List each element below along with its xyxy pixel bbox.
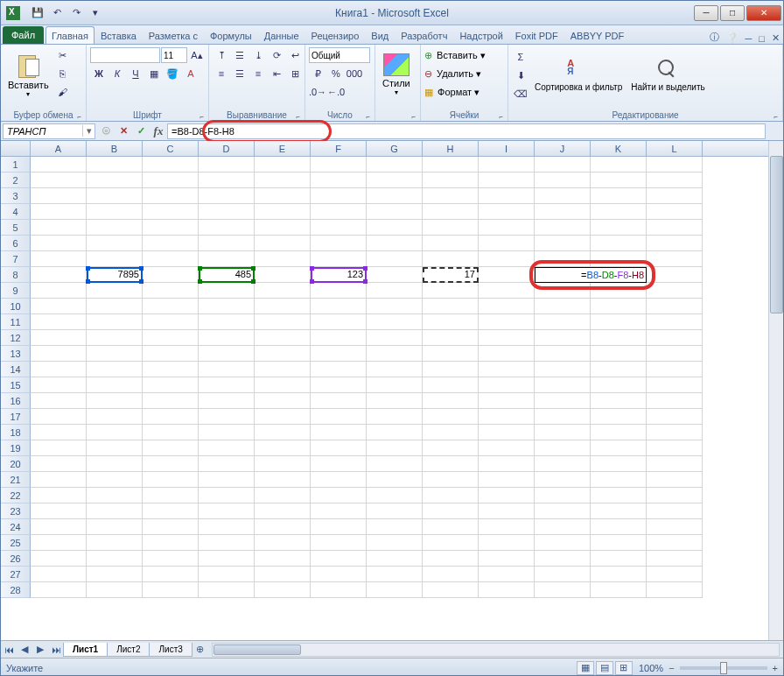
cell-A2[interactable] (31, 173, 87, 188)
cell-A26[interactable] (31, 551, 87, 567)
cell-G20[interactable] (367, 456, 423, 472)
percent-button[interactable]: % (327, 65, 345, 82)
cell-K25[interactable] (591, 535, 647, 551)
cell-C26[interactable] (143, 551, 199, 567)
cell-I21[interactable] (479, 472, 535, 488)
cell-G6[interactable] (367, 236, 423, 251)
cell-L16[interactable] (647, 393, 703, 409)
cell-E24[interactable] (255, 519, 311, 535)
col-header-I[interactable]: I (479, 141, 535, 156)
cell-J26[interactable] (535, 551, 591, 567)
cell-I15[interactable] (479, 377, 535, 393)
col-header-H[interactable]: H (423, 141, 479, 156)
cell-J20[interactable] (535, 456, 591, 472)
cell-F9[interactable] (311, 283, 367, 299)
minimize-ribbon-icon[interactable]: ⓘ (706, 31, 723, 44)
cell-A19[interactable] (31, 440, 87, 456)
cell-G28[interactable] (367, 582, 423, 598)
sheet-nav-prev[interactable]: ◀ (18, 643, 32, 657)
wb-restore-icon[interactable]: □ (755, 33, 768, 44)
scroll-thumb[interactable] (214, 644, 301, 655)
cell-F4[interactable] (311, 204, 367, 220)
row-header-16[interactable]: 16 (1, 393, 31, 409)
cell-L14[interactable] (647, 362, 703, 377)
cell-A9[interactable] (31, 283, 87, 299)
cell-I2[interactable] (479, 173, 535, 188)
cell-I4[interactable] (479, 204, 535, 220)
row-header-13[interactable]: 13 (1, 346, 31, 362)
inc-decimal-button[interactable]: .0→ (309, 83, 326, 101)
cell-H24[interactable] (423, 519, 479, 535)
cell-K15[interactable] (591, 377, 647, 393)
styles-button[interactable]: Стили▾ (379, 46, 414, 102)
cell-H27[interactable] (423, 567, 479, 582)
cell-C20[interactable] (143, 456, 199, 472)
cell-C9[interactable] (143, 283, 199, 299)
currency-button[interactable]: ₽ (309, 65, 326, 82)
cell-J23[interactable] (535, 503, 591, 519)
tab-view[interactable]: Вид (365, 26, 395, 44)
cell-L19[interactable] (647, 440, 703, 456)
grow-font-button[interactable]: A▴ (188, 46, 206, 64)
cell-H20[interactable] (423, 456, 479, 472)
new-sheet-button[interactable]: ⊕ (193, 643, 207, 657)
cell-D11[interactable] (199, 314, 255, 330)
row-header-21[interactable]: 21 (1, 472, 31, 488)
cell-K22[interactable] (591, 488, 647, 503)
cell-G22[interactable] (367, 488, 423, 503)
align-right-button[interactable]: ≡ (249, 65, 267, 82)
cell-G27[interactable] (367, 567, 423, 582)
cell-D16[interactable] (199, 393, 255, 409)
cell-L27[interactable] (647, 567, 703, 582)
cell-I14[interactable] (479, 362, 535, 377)
cell-J4[interactable] (535, 204, 591, 220)
cell-B13[interactable] (87, 346, 143, 362)
cell-K17[interactable] (591, 409, 647, 425)
cell-F20[interactable] (311, 456, 367, 472)
cell-L4[interactable] (647, 204, 703, 220)
cut-button[interactable]: ✂ (54, 46, 72, 64)
cell-H25[interactable] (423, 535, 479, 551)
formula-input[interactable]: =B8-D8-F8-H8 (167, 123, 766, 139)
zoom-out-button[interactable]: − (668, 663, 674, 673)
cell-K19[interactable] (591, 440, 647, 456)
cell-B18[interactable] (87, 425, 143, 440)
cell-B25[interactable] (87, 535, 143, 551)
cell-F25[interactable] (311, 535, 367, 551)
cell-H21[interactable] (423, 472, 479, 488)
cell-G26[interactable] (367, 551, 423, 567)
cell-E13[interactable] (255, 346, 311, 362)
tab-formulas[interactable]: Формулы (204, 26, 258, 44)
cell-H10[interactable] (423, 299, 479, 314)
col-header-L[interactable]: L (647, 141, 703, 156)
row-header-19[interactable]: 19 (1, 440, 31, 456)
orientation-button[interactable]: ⟳ (268, 46, 285, 64)
cell-B12[interactable] (87, 330, 143, 346)
border-button[interactable]: ▦ (145, 65, 163, 82)
cell-A22[interactable] (31, 488, 87, 503)
cell-G2[interactable] (367, 173, 423, 188)
cell-J6[interactable] (535, 236, 591, 251)
copy-button[interactable]: ⎘ (54, 65, 72, 82)
clear-button[interactable]: ⌫ (512, 85, 529, 102)
cell-L23[interactable] (647, 503, 703, 519)
cell-I25[interactable] (479, 535, 535, 551)
cell-J18[interactable] (535, 425, 591, 440)
cell-D12[interactable] (199, 330, 255, 346)
cell-B6[interactable] (87, 236, 143, 251)
cell-E14[interactable] (255, 362, 311, 377)
cell-L26[interactable] (647, 551, 703, 567)
cell-G23[interactable] (367, 503, 423, 519)
cells-delete-button[interactable]: ⊖ Удалить ▾ (424, 65, 481, 82)
cell-E10[interactable] (255, 299, 311, 314)
col-header-C[interactable]: C (143, 141, 199, 156)
row-header-8[interactable]: 8 (1, 267, 31, 283)
row-header-10[interactable]: 10 (1, 299, 31, 314)
cell-J22[interactable] (535, 488, 591, 503)
cell-F10[interactable] (311, 299, 367, 314)
cell-G7[interactable] (367, 251, 423, 267)
cell-D24[interactable] (199, 519, 255, 535)
cell-I24[interactable] (479, 519, 535, 535)
row-header-18[interactable]: 18 (1, 425, 31, 440)
number-format-select[interactable]: Общий (309, 47, 370, 63)
